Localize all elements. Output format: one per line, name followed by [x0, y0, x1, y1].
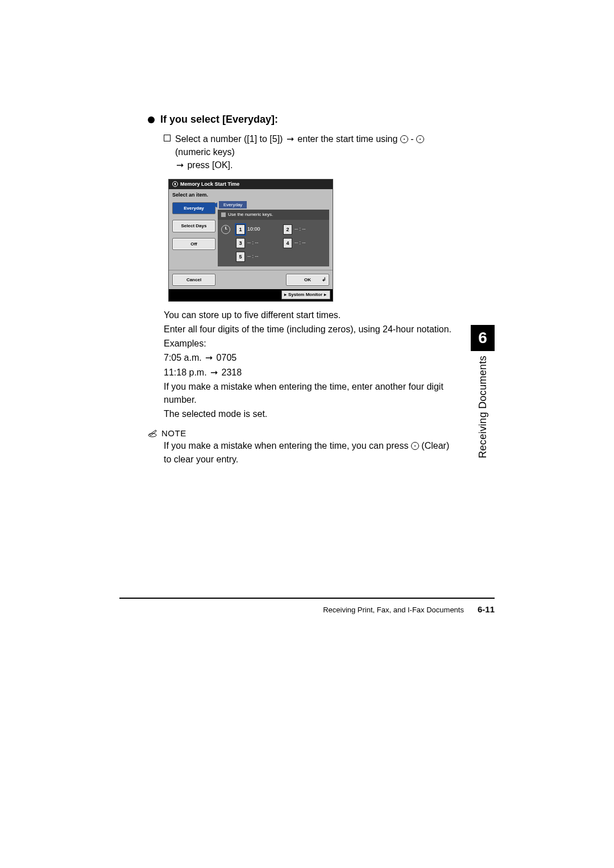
ui-footer: Cancel OK ↲	[169, 270, 333, 290]
numeric-key-icon	[416, 135, 424, 143]
slot-2[interactable]: 2 -- : --	[283, 224, 326, 235]
ui-subtitle: Select an item.	[169, 189, 333, 200]
note-label: NOTE	[161, 428, 186, 438]
bullet-icon	[148, 116, 155, 123]
select-days-button[interactable]: Select Days	[172, 220, 215, 232]
example-1: 7:05 a.m. ➞ 0705	[164, 351, 452, 364]
step-sep: -	[410, 134, 416, 144]
slot-num: 5	[236, 252, 245, 262]
heading-text: If you select [Everyday]:	[160, 114, 278, 126]
ui-title-bar: Memory Lock Start Time	[169, 180, 333, 189]
step-row: Select a number ([1] to [5]) ➞ enter the…	[164, 132, 452, 172]
note-text-a: If you make a mistake when entering the …	[164, 441, 411, 450]
note-block: NOTE If you make a mistake when entering…	[148, 428, 452, 465]
note-content: If you make a mistake when entering the …	[164, 439, 452, 465]
body-text: You can store up to five different start…	[164, 308, 452, 421]
slot-time: -- : --	[294, 226, 310, 233]
clock-icon	[221, 225, 230, 234]
pencil-note-icon	[148, 429, 158, 437]
section-heading: If you select [Everyday]:	[148, 114, 452, 126]
slot-time: -- : --	[247, 253, 263, 260]
footer-section: Receiving Print, Fax, and I-Fax Document…	[323, 606, 464, 614]
slot-3[interactable]: 3 -- : --	[236, 238, 279, 248]
page-footer: Receiving Print, Fax, and I-Fax Document…	[119, 604, 495, 614]
clear-key-icon	[411, 442, 419, 450]
slot-1[interactable]: 1 10:00	[236, 224, 279, 235]
off-button[interactable]: Off	[172, 238, 215, 251]
example-time: 7:05 a.m.	[164, 353, 204, 362]
step-pre: Select a number ([1] to [5])	[175, 134, 285, 144]
cancel-button[interactable]: Cancel	[172, 274, 215, 286]
footer-page-number: 6-11	[478, 604, 495, 614]
system-monitor-button[interactable]: ▸ System Monitor ▸	[281, 290, 330, 299]
settings-icon	[172, 181, 178, 187]
instruction-bar: Use the numeric keys.	[218, 210, 329, 220]
ui-right-panel: ◀ Everyday Use the numeric keys. 1 10:00	[218, 200, 333, 266]
chapter-tab: 6 Receiving Documents	[471, 325, 495, 458]
example-code: 0705	[217, 353, 237, 362]
slot-num: 2	[283, 224, 292, 235]
body-line: The selected mode is set.	[164, 407, 452, 420]
numeric-key-icon	[400, 135, 408, 143]
back-arrow-icon[interactable]: ◀	[212, 200, 217, 210]
slot-num: 3	[236, 238, 245, 248]
triangle-right-icon: ▸	[284, 291, 287, 298]
content-column: If you select [Everyday]: Select a numbe…	[148, 114, 452, 466]
body-line: If you make a mistake when entering the …	[164, 380, 452, 406]
keypad-icon	[221, 212, 226, 217]
arrow-right-icon: ➞	[210, 366, 218, 379]
ok-label: OK	[304, 277, 311, 282]
example-2: 11:18 p.m. ➞ 2318	[164, 366, 452, 379]
page: If you select [Everyday]: Select a numbe…	[0, 0, 614, 868]
ui-title-text: Memory Lock Start Time	[180, 181, 239, 188]
mode-tab-row: ◀ Everyday	[218, 200, 329, 210]
step-mid: enter the start time using	[297, 134, 400, 144]
slot-time: -- : --	[247, 239, 263, 247]
enter-icon: ↲	[322, 276, 326, 283]
chapter-label: Receiving Documents	[477, 356, 489, 458]
ui-body: Everyday Select Days Off ◀ Everyday Use …	[169, 200, 333, 270]
slot-time-value: 0:00	[250, 226, 260, 232]
triangle-right-icon: ▸	[324, 291, 326, 298]
step-end: press [OK].	[187, 160, 233, 170]
everyday-button[interactable]: Everyday	[172, 202, 215, 215]
body-line: Enter all four digits of the time (inclu…	[164, 323, 452, 336]
slot-num: 1	[236, 224, 245, 235]
example-time: 11:18 p.m.	[164, 368, 209, 377]
checkbox-bullet-icon	[164, 135, 171, 141]
body-line: You can store up to five different start…	[164, 308, 452, 322]
body-line: Examples:	[164, 337, 452, 350]
step-keys-label: (numeric keys)	[175, 147, 235, 157]
instruction-text: Use the numeric keys.	[228, 211, 273, 218]
arrow-right-icon: ➞	[176, 158, 184, 172]
svg-point-0	[148, 433, 156, 437]
ok-button[interactable]: OK ↲	[286, 274, 329, 286]
step-block: Select a number ([1] to [5]) ➞ enter the…	[164, 132, 452, 420]
slot-4[interactable]: 4 -- : --	[283, 238, 326, 248]
footer-rule	[119, 598, 495, 599]
slot-time: -- : --	[294, 239, 310, 247]
slot-num: 4	[283, 238, 292, 248]
mode-tab: Everyday	[219, 201, 247, 209]
slot-time: 10:00	[247, 226, 263, 233]
system-monitor-label: System Monitor	[288, 291, 322, 298]
arrow-right-icon: ➞	[287, 132, 294, 145]
chapter-number: 6	[471, 325, 495, 351]
device-screenshot: Memory Lock Start Time Select an item. E…	[168, 179, 333, 302]
ui-status-bar: ▸ System Monitor ▸	[169, 289, 333, 301]
slot-5[interactable]: 5 -- : --	[236, 252, 279, 262]
ui-left-panel: Everyday Select Days Off	[169, 200, 218, 266]
arrow-right-icon: ➞	[205, 351, 213, 364]
example-code: 2318	[222, 368, 242, 377]
step-text: Select a number ([1] to [5]) ➞ enter the…	[175, 132, 452, 172]
note-heading: NOTE	[148, 428, 452, 438]
time-slots: 1 10:00 2 -- : -- 3 -- : --	[218, 220, 329, 266]
